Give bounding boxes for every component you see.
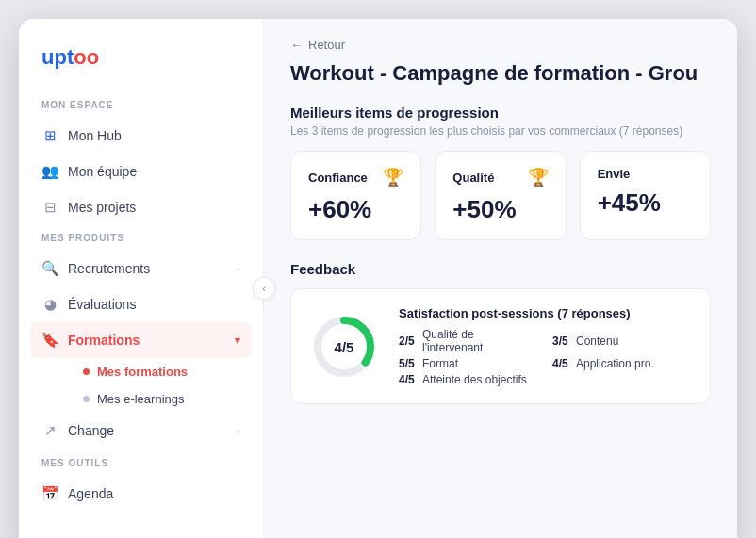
feedback-score: 3/5 [552,334,571,348]
sidebar-item-label: Agenda [68,486,113,501]
sidebar-item-label: Change [68,423,114,438]
progression-section-title: Meilleurs items de progression [290,105,711,121]
sidebar-toggle-button[interactable]: ‹ [253,277,275,300]
sidebar-subitem-mes-elearnings[interactable]: Mes e-learnings [60,385,263,413]
search-icon: 🔍 [41,260,58,277]
feedback-row-1: 2/5 Qualité de l'intervenant [399,328,537,354]
sidebar-item-recrutements[interactable]: 🔍 Recrutements › [19,251,263,286]
sub-nav-label: Mes formations [97,365,188,379]
prog-card-title: Confiance [308,171,368,185]
sidebar-item-label: Mon Hub [68,128,122,143]
sidebar-item-mes-projets[interactable]: ⊟ Mes projets [19,189,263,225]
sidebar-item-change[interactable]: ↗ Change › [19,413,263,448]
chevron-right-icon: › [237,425,240,436]
formations-submenu: Mes formations Mes e-learnings [19,358,263,413]
arrow-left-icon: ← [290,38,303,52]
page-title: Workout - Campagne de formation - Grou [290,61,711,86]
feedback-card: 4/5 Satisfaction post-sessions (7 répons… [290,288,711,404]
sidebar-item-label: Évaluations [68,297,136,312]
dot-inactive-icon [83,396,90,402]
feedback-grid: 2/5 Qualité de l'intervenant 3/5 Contenu… [399,328,691,386]
logo: uptoo [19,45,263,92]
sub-nav-label: Mes e-learnings [97,392,185,406]
section-label-mon-espace: MON ESPACE [19,100,263,118]
progression-cards: Confiance 🏆 +60% Qualité 🏆 +50% [290,151,711,240]
sidebar-item-agenda[interactable]: 📅 Agenda [19,476,263,512]
prog-card-label: Envie [598,167,693,181]
projects-icon: ⊟ [41,199,58,216]
sidebar-item-mon-hub[interactable]: ⊞ Mon Hub [19,118,263,154]
logo-text: uptoo [41,45,99,69]
change-icon: ↗ [41,422,58,439]
team-icon: 👥 [41,163,58,180]
sidebar: uptoo MON ESPACE ⊞ Mon Hub 👥 Mon équipe … [19,19,264,538]
sidebar-item-label: Formations [68,333,140,348]
sidebar-item-label: Mes projets [68,200,136,215]
feedback-label: Application pro. [576,357,654,370]
sidebar-item-mon-equipe[interactable]: 👥 Mon équipe [19,154,263,189]
feedback-row-4: 4/5 Application pro. [552,357,691,370]
dot-active-icon [83,368,90,375]
grid-icon: ⊞ [41,127,58,144]
calendar-icon: 📅 [41,485,58,502]
section-label-mes-outils: MES OUTILS [19,458,263,476]
sidebar-subitem-mes-formations[interactable]: Mes formations [60,358,263,385]
content-area: Meilleurs items de progression Les 3 ite… [264,105,737,538]
feedback-section-title: Feedback [290,261,711,277]
prog-card-value: +60% [308,195,403,224]
back-link[interactable]: ← Retour [290,38,711,52]
feedback-content: Satisfaction post-sessions (7 réponses) … [399,306,691,386]
back-label: Retour [308,38,345,52]
feedback-score: 5/5 [399,357,418,370]
bookmark-icon: 🔖 [41,332,58,349]
prog-card-label: Qualité 🏆 [452,167,548,187]
prog-card-label: Confiance 🏆 [308,167,403,187]
main-content: ← Retour Workout - Campagne de formation… [264,19,737,538]
sidebar-item-formations[interactable]: 🔖 Formations ▾ [30,322,252,358]
feedback-label: Format [422,357,458,370]
prog-card-title: Qualité [452,171,494,185]
feedback-label: Atteinte des objectifs [422,373,527,386]
sidebar-item-evaluations[interactable]: ◕ Évaluations [19,286,263,322]
prog-card-title: Envie [598,167,631,181]
feedback-row-5: 4/5 Atteinte des objectifs [399,373,537,386]
donut-label: 4/5 [335,338,354,354]
sidebar-item-label: Recrutements [68,261,150,276]
silver-trophy-icon: 🏆 [528,167,549,187]
gold-trophy-icon: 🏆 [383,167,403,187]
pie-icon: ◕ [41,296,58,313]
chevron-right-icon: › [237,263,240,274]
prog-card-value: +45% [598,188,693,218]
progression-card-envie: Envie +45% [580,151,711,240]
top-bar: ← Retour Workout - Campagne de formation… [264,19,737,105]
feedback-label: Contenu [576,334,618,348]
progression-card-confiance: Confiance 🏆 +60% [290,151,421,240]
progression-card-qualite: Qualité 🏆 +50% [435,151,566,240]
prog-card-value: +50% [452,195,548,224]
chevron-down-icon: ▾ [235,334,240,347]
feedback-score: 4/5 [552,357,571,370]
donut-chart: 4/5 [310,313,378,381]
section-label-mes-produits: MES PRODUITS [19,233,263,251]
feedback-row-3: 5/5 Format [399,357,537,370]
feedback-label: Qualité de l'intervenant [422,328,537,354]
progression-section-subtitle: Les 3 items de progression les plus choi… [290,124,711,138]
feedback-row-2: 3/5 Contenu [552,328,691,354]
sidebar-item-label: Mon équipe [68,164,137,179]
feedback-score: 2/5 [399,334,418,348]
feedback-card-title: Satisfaction post-sessions (7 réponses) [399,306,691,320]
feedback-score: 4/5 [399,373,418,386]
